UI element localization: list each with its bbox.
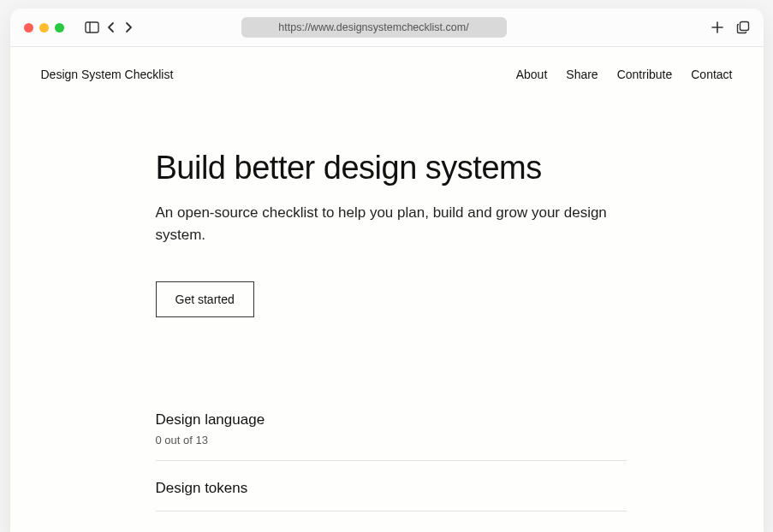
checklist-sections: Design language 0 out of 13 Design token… (147, 411, 627, 511)
hero-title: Build better design systems (156, 150, 627, 186)
page-content: Design System Checklist About Share Cont… (10, 47, 764, 532)
hero: Build better design systems An open-sour… (147, 150, 627, 317)
site-header: Design System Checklist About Share Cont… (41, 68, 733, 81)
minimize-window-button[interactable] (39, 23, 49, 33)
tabs-overview-icon[interactable] (736, 21, 750, 34)
browser-nav-controls (85, 21, 134, 33)
close-window-button[interactable] (24, 23, 33, 33)
new-tab-icon[interactable] (711, 21, 724, 34)
url-bar[interactable]: https://www.designsystemchecklist.com/ (241, 17, 507, 38)
nav-share[interactable]: Share (566, 68, 598, 81)
forward-icon[interactable] (123, 21, 134, 33)
window-controls (24, 23, 64, 33)
section-progress: 0 out of 13 (156, 434, 627, 446)
nav-contribute[interactable]: Contribute (617, 68, 673, 81)
section-design-tokens[interactable]: Design tokens (156, 480, 627, 511)
browser-window: https://www.designsystemchecklist.com/ D… (10, 9, 764, 532)
browser-right-controls (711, 21, 750, 34)
site-nav: About Share Contribute Contact (516, 68, 733, 81)
section-title: Design language (156, 411, 627, 429)
browser-chrome: https://www.designsystemchecklist.com/ (10, 9, 764, 46)
svg-rect-4 (740, 22, 748, 31)
site-title[interactable]: Design System Checklist (41, 68, 174, 81)
nav-about[interactable]: About (516, 68, 548, 81)
section-design-language[interactable]: Design language 0 out of 13 (156, 411, 627, 461)
sidebar-toggle-icon[interactable] (85, 21, 99, 33)
back-icon[interactable] (106, 21, 116, 33)
get-started-button[interactable]: Get started (156, 281, 254, 317)
section-title: Design tokens (156, 480, 627, 497)
maximize-window-button[interactable] (55, 23, 64, 33)
svg-rect-0 (86, 22, 98, 33)
nav-contact[interactable]: Contact (691, 68, 732, 81)
hero-subtitle: An open-source checklist to help you pla… (156, 202, 627, 245)
